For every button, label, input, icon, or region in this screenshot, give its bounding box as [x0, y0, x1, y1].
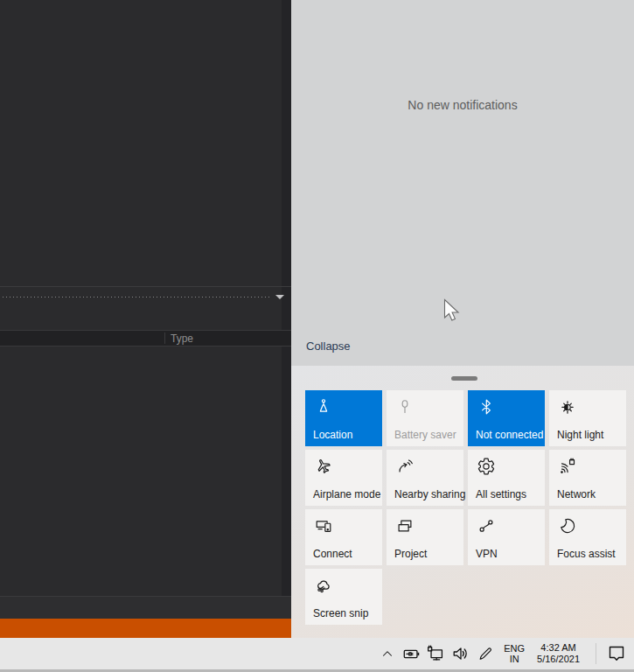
app-status-bar — [0, 619, 291, 638]
quick-action-nearby-sharing[interactable]: Nearby sharing — [387, 450, 463, 506]
screen: Type No new notifications Collapse — [0, 0, 634, 672]
quick-action-all-settings[interactable]: All settings — [468, 450, 545, 506]
quick-action-label: All settings — [476, 488, 526, 500]
system-tray: ENG IN 4:32 AM 5/16/2021 — [378, 638, 631, 669]
action-center-icon[interactable] — [602, 638, 631, 669]
quick-action-label: Network — [557, 488, 596, 500]
quick-action-connect[interactable]: Connect — [305, 509, 382, 565]
screen-snip-icon — [314, 576, 333, 595]
settings-gear-icon — [477, 457, 496, 476]
quick-action-screen-snip[interactable]: Screen snip — [305, 569, 382, 625]
battery-charging-icon[interactable] — [402, 644, 422, 663]
expand-handle[interactable] — [451, 376, 477, 381]
quick-actions-grid: Location Battery saver — [305, 390, 626, 625]
dotted-divider — [3, 297, 272, 298]
quick-action-project[interactable]: Project — [387, 509, 463, 565]
quick-action-label: Project — [394, 548, 427, 560]
focus-assist-icon — [558, 516, 577, 536]
quick-action-label: Nearby sharing — [394, 488, 465, 500]
quick-action-label: Battery saver — [394, 429, 456, 441]
clock-date: 5/16/2021 — [537, 654, 580, 665]
vpn-icon — [477, 516, 496, 536]
quick-action-battery-saver[interactable]: Battery saver — [387, 390, 463, 446]
quick-action-night-light[interactable]: Night light — [549, 390, 626, 446]
app-scrollbar-strip[interactable] — [282, 0, 291, 638]
location-icon — [314, 397, 333, 416]
project-icon — [395, 516, 415, 536]
quick-action-network[interactable]: Network — [549, 450, 626, 506]
network-display-icon[interactable] — [427, 644, 446, 663]
quick-action-focus-assist[interactable]: Focus assist — [549, 509, 626, 565]
chevron-down-icon — [275, 295, 284, 299]
quick-action-label: Airplane mode — [313, 488, 380, 500]
quick-actions-area: Location Battery saver — [291, 366, 634, 638]
app-divider-line — [0, 286, 291, 287]
connect-icon — [314, 516, 333, 536]
language-line2: IN — [504, 654, 525, 664]
chevron-up-icon[interactable] — [378, 644, 397, 663]
battery-saver-icon — [395, 397, 415, 416]
app-bottom-section — [0, 597, 291, 619]
quick-action-label: Night light — [557, 429, 603, 441]
language-line1: ENG — [504, 643, 525, 654]
column-divider — [164, 332, 165, 344]
collapse-link[interactable]: Collapse — [306, 340, 351, 353]
quick-action-vpn[interactable]: VPN — [468, 509, 545, 565]
network-icon — [558, 457, 577, 476]
language-indicator[interactable]: ENG IN — [500, 643, 528, 664]
quick-action-bluetooth[interactable]: Not connected — [468, 390, 545, 446]
quick-action-label: Location — [313, 429, 352, 441]
airplane-icon — [314, 457, 333, 476]
quick-action-location[interactable]: Location — [305, 390, 382, 446]
nearby-sharing-icon — [395, 457, 415, 476]
quick-action-label: Connect — [313, 548, 352, 560]
notifications-area: No new notifications Collapse — [291, 0, 634, 366]
clock-time: 4:32 AM — [537, 642, 580, 654]
night-light-icon — [558, 397, 577, 416]
bluetooth-icon — [477, 397, 496, 416]
quick-action-airplane-mode[interactable]: Airplane mode — [305, 450, 382, 506]
volume-icon[interactable] — [451, 644, 470, 663]
background-app-window: Type — [0, 0, 291, 638]
app-collapsed-section-row[interactable] — [0, 290, 291, 303]
quick-action-label: Screen snip — [313, 607, 368, 620]
quick-action-label: VPN — [476, 548, 498, 560]
no-notifications-text: No new notifications — [291, 98, 634, 112]
type-column-header[interactable]: Type — [171, 332, 193, 345]
tray-separator — [596, 643, 596, 664]
clock[interactable]: 4:32 AM 5/16/2021 — [533, 642, 583, 665]
taskbar: ENG IN 4:32 AM 5/16/2021 — [0, 638, 634, 672]
quick-action-label: Not connected — [476, 429, 543, 441]
app-table-header-row: Type — [0, 330, 291, 346]
action-center-panel: No new notifications Collapse Location — [291, 0, 634, 638]
quick-action-label: Focus assist — [557, 548, 616, 560]
windows-ink-pen-icon[interactable] — [476, 644, 495, 663]
